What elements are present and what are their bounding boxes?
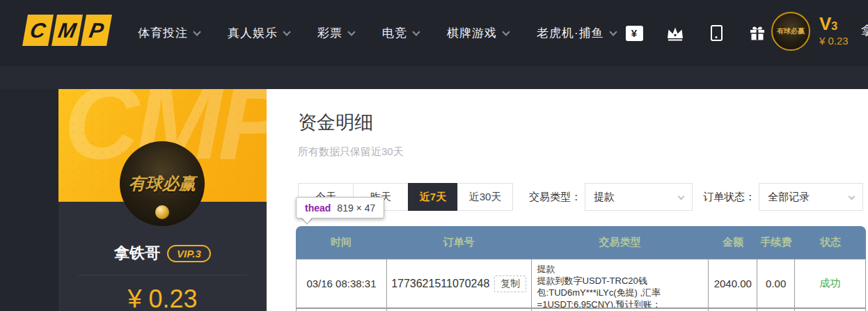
nav-item-lottery[interactable]: 彩票 <box>317 25 354 41</box>
order-status-select[interactable]: 全部记录 <box>759 183 863 211</box>
nav-item-sports[interactable]: 体育投注 <box>138 25 200 41</box>
profile-sidebar: CMP 有球必赢 拿铁哥 VIP.3 ¥ 0.23 <box>58 89 267 311</box>
selected-value: 提款 <box>594 191 615 204</box>
header-icon-group: ¥ <box>625 0 766 66</box>
voucher-icon[interactable]: ¥ <box>625 24 643 42</box>
page-title: 资金明细 <box>298 110 373 135</box>
vip-badge: VIP.3 <box>167 245 211 262</box>
vip-letter: V <box>819 13 831 34</box>
chevron-down-icon <box>678 193 685 200</box>
profile-avatar[interactable]: 有球必赢 <box>120 141 205 226</box>
chevron-down-icon <box>347 28 355 35</box>
tooltip-pointer <box>301 217 313 223</box>
table-header-row: 时间 订单号 交易类型 金额 手续费 状态 <box>296 226 866 259</box>
chevron-down-icon <box>412 28 420 35</box>
page-subtitle: 所有数据只保留近30天 <box>298 145 404 159</box>
nav-label: 真人娱乐 <box>228 25 278 41</box>
sidebar-username: 拿铁哥 <box>114 243 160 264</box>
nav-item-live-casino[interactable]: 真人娱乐 <box>228 25 290 41</box>
cell-amount: 2040.00 <box>709 260 757 308</box>
devtools-element-size: 819 × 47 <box>337 202 375 214</box>
nav-item-esports[interactable]: 电竞 <box>382 25 419 41</box>
selected-value: 全部记录 <box>768 191 810 204</box>
chevron-down-icon <box>193 28 200 35</box>
nav-label: 棋牌游戏 <box>447 25 497 41</box>
col-header-fee: 手续费 <box>757 236 795 249</box>
header-sub-band <box>0 66 868 89</box>
cell-transaction-type: 提款 提款到数字USDT-TRC20钱 包:TUD6mY***iLYc(免提) … <box>532 260 709 308</box>
order-id-value: 1773621511070248 <box>391 278 489 290</box>
logo-letter: C <box>22 15 54 46</box>
order-status-label: 订单状态： <box>703 183 755 211</box>
chevron-down-icon <box>502 28 510 35</box>
cell-status: 成功 <box>795 260 866 308</box>
col-header-order-id: 订单号 <box>386 236 531 249</box>
transaction-type-select[interactable]: 提款 <box>585 183 693 211</box>
tab-last-7-days[interactable]: 近7天 <box>408 183 458 211</box>
transaction-type-label: 交易类型： <box>529 183 581 211</box>
golden-ball-graphic <box>155 205 169 219</box>
avatar-motto-text: 有球必赢 <box>129 173 196 195</box>
copy-button[interactable]: 复制 <box>494 276 526 292</box>
chevron-down-icon <box>283 28 290 35</box>
devtools-tag-name: thead <box>305 202 331 214</box>
nav-label: 老虎机·捕鱼 <box>537 25 604 41</box>
table-row: 03/16 08:38:31 1773621511070248 复制 提款 提款… <box>296 259 866 308</box>
vip-level-indicator[interactable]: V3 ¥ 0.23 <box>819 15 849 47</box>
mobile-icon[interactable] <box>707 24 725 42</box>
tab-last-30-days[interactable]: 近30天 <box>457 183 513 211</box>
col-header-status: 状态 <box>795 236 866 249</box>
gift-icon[interactable] <box>748 24 766 42</box>
sidebar-divider <box>78 275 247 276</box>
chevron-down-icon <box>609 28 617 35</box>
logo-letter: P <box>81 15 112 46</box>
col-header-time: 时间 <box>296 236 386 249</box>
nav-label: 体育投注 <box>138 25 188 41</box>
cmp-logo[interactable]: C M P <box>25 15 109 46</box>
devtools-element-tooltip: thead 819 × 47 <box>296 197 384 218</box>
nav-label: 电竞 <box>382 25 407 41</box>
nav-item-board-games[interactable]: 棋牌游戏 <box>447 25 509 41</box>
col-header-amount: 金额 <box>709 236 757 249</box>
crown-icon[interactable] <box>666 24 684 42</box>
transactions-table: 时间 订单号 交易类型 金额 手续费 状态 03/16 08:38:31 177… <box>296 226 866 311</box>
cell-time: 03/16 08:38:31 <box>297 260 387 308</box>
cell-order-id: 1773621511070248 复制 <box>387 260 532 308</box>
logo-letter: M <box>52 15 83 46</box>
top-navigation-bar: C M P 体育投注 真人娱乐 彩票 电竞 棋牌游戏 老虎机·捕鱼 <box>0 0 868 66</box>
avatar-motto-text: 有球必赢 <box>777 26 805 36</box>
nav-item-slots-fishing[interactable]: 老虎机·捕鱼 <box>537 25 616 41</box>
table-row-partial <box>296 308 866 311</box>
chevron-down-icon <box>849 193 855 200</box>
sidebar-balance: ¥ 0.23 <box>58 285 267 311</box>
vip-number: 3 <box>831 20 837 32</box>
col-header-type: 交易类型 <box>531 236 709 249</box>
user-avatar[interactable]: 有球必赢 <box>771 12 810 51</box>
header-username: 拿铁哥 <box>861 22 868 39</box>
nav-label: 彩票 <box>317 25 342 41</box>
main-nav: 体育投注 真人娱乐 彩票 电竞 棋牌游戏 老虎机·捕鱼 <box>138 0 616 66</box>
cell-fee: 0.00 <box>757 260 795 308</box>
header-balance: ¥ 0.23 <box>819 35 849 47</box>
